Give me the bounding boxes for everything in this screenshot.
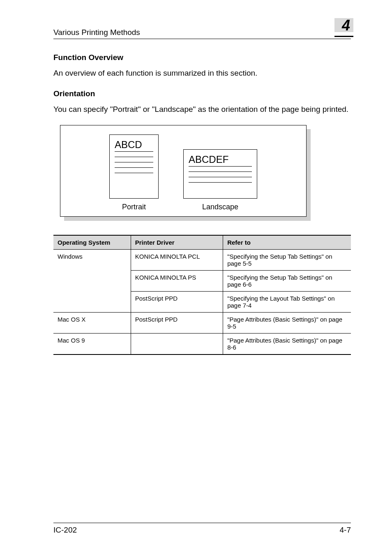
cell-driver: PostScript PPD <box>131 292 223 313</box>
paragraph-orientation: You can specify "Portrait" or "Landscape… <box>53 104 351 115</box>
landscape-column: ABCDEF Landscape <box>183 149 257 213</box>
portrait-caption: Portrait <box>122 203 146 211</box>
sheet-line <box>115 173 153 173</box>
portrait-sheet: ABCD <box>109 134 159 199</box>
illustration-frame: ABCD Portrait ABCDEF Landscape <box>60 125 307 217</box>
cell-os <box>53 271 131 292</box>
landscape-sheet-text: ABCDEF <box>189 154 252 167</box>
cell-os: Mac OS X <box>53 313 131 334</box>
table-row: KONICA MINOLTA PS "Specifying the Setup … <box>53 271 351 292</box>
cell-driver <box>131 334 223 355</box>
sheet-line <box>115 157 153 157</box>
sheet-line <box>115 167 153 168</box>
cell-os: Windows <box>53 250 131 271</box>
chapter-underline <box>334 36 353 37</box>
heading-function-overview: Function Overview <box>53 53 351 62</box>
cell-refer: "Specifying the Setup Tab Settings" on p… <box>223 250 351 271</box>
page: Various Printing Methods 4 Function Over… <box>0 0 392 556</box>
table-row: PostScript PPD "Specifying the Layout Ta… <box>53 292 351 313</box>
cell-driver: KONICA MINOLTA PCL <box>131 250 223 271</box>
portrait-column: ABCD Portrait <box>109 134 159 213</box>
table-row: Windows KONICA MINOLTA PCL "Specifying t… <box>53 250 351 271</box>
th-driver: Printer Driver <box>131 235 223 250</box>
page-footer: IC-202 4-7 <box>53 523 351 535</box>
heading-orientation: Orientation <box>53 89 351 98</box>
chapter-number: 4 <box>342 18 350 33</box>
cell-driver: KONICA MINOLTA PS <box>131 271 223 292</box>
cell-os: Mac OS 9 <box>53 334 131 355</box>
reference-table: Operating System Printer Driver Refer to… <box>53 235 351 355</box>
sheet-line <box>189 177 252 177</box>
footer-left: IC-202 <box>53 526 77 535</box>
table-row: Mac OS X PostScript PPD "Page Attributes… <box>53 313 351 334</box>
orientation-illustration: ABCD Portrait ABCDEF Landscape <box>60 125 307 217</box>
sheet-line <box>115 162 153 162</box>
chapter-badge: 4 <box>332 21 351 37</box>
table-header-row: Operating System Printer Driver Refer to <box>53 235 351 250</box>
th-refer: Refer to <box>223 235 351 250</box>
table-row: Mac OS 9 "Page Attributes (Basic Setting… <box>53 334 351 355</box>
sheet-line <box>189 171 252 172</box>
cell-refer: "Specifying the Setup Tab Settings" on p… <box>223 271 351 292</box>
section-title: Various Printing Methods <box>53 28 140 37</box>
landscape-caption: Landscape <box>202 203 238 211</box>
sheet-line <box>189 182 252 183</box>
cell-refer: "Specifying the Layout Tab Settings" on … <box>223 292 351 313</box>
cell-os <box>53 292 131 313</box>
paragraph-function-overview: An overview of each function is summariz… <box>53 68 351 79</box>
landscape-sheet: ABCDEF <box>183 149 257 199</box>
cell-driver: PostScript PPD <box>131 313 223 334</box>
footer-right: 4-7 <box>340 526 351 535</box>
portrait-sheet-text: ABCD <box>115 139 153 152</box>
th-os: Operating System <box>53 235 131 250</box>
cell-refer: "Page Attributes (Basic Settings)" on pa… <box>223 313 351 334</box>
cell-refer: "Page Attributes (Basic Settings)" on pa… <box>223 334 351 355</box>
page-header: Various Printing Methods 4 <box>53 21 351 39</box>
